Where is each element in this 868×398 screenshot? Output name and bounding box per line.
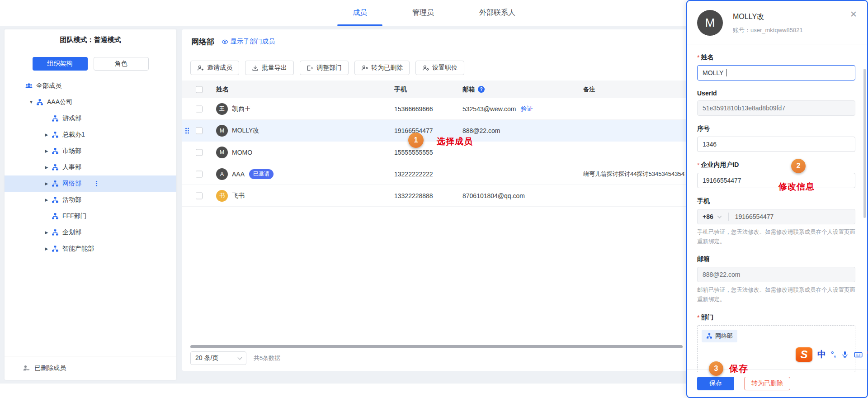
caret-icon[interactable]: ▶	[43, 230, 50, 235]
corp-uid-input[interactable]	[697, 173, 855, 188]
tree-item-游戏部[interactable]: 游戏部	[5, 110, 176, 127]
table-row[interactable]: 书飞书133222288888706101804@qq.com	[182, 185, 686, 207]
select-all-checkbox[interactable]	[196, 86, 203, 93]
caret-icon[interactable]: ▶	[43, 133, 50, 137]
row-checkbox[interactable]	[196, 171, 203, 177]
caret-icon[interactable]: ▶	[43, 198, 50, 202]
tree-item-AAA公司[interactable]: ▼AAA公司	[5, 94, 176, 110]
tree-item-总裁办1[interactable]: ▶总裁办1	[5, 127, 176, 143]
org-icon	[706, 333, 712, 339]
org-icon	[52, 115, 59, 122]
toolbar-button-批量导出[interactable]: 批量导出	[245, 61, 294, 75]
table-row[interactable]: AAAA已邀请13222222222绕弯儿翁探讨探讨44探讨5345345435…	[182, 163, 686, 185]
column-email: 邮箱 ?	[462, 85, 485, 94]
save-button[interactable]: 保存	[697, 377, 734, 390]
org-icon	[52, 196, 59, 204]
email-help-icon[interactable]: ?	[478, 86, 485, 93]
column-remark: 备注	[583, 85, 685, 94]
deleted-members-entry[interactable]: 已删除成员	[5, 356, 176, 380]
tree-item-label: FFF部门	[62, 212, 87, 220]
table-row[interactable]: 王凯西王15366669666532543@wew.com验证	[182, 98, 686, 120]
ime-language-toggle[interactable]: 中	[817, 349, 826, 360]
tab-0[interactable]: 成员	[343, 0, 377, 26]
mic-icon[interactable]	[841, 351, 849, 359]
tree-item-label: 活动部	[62, 196, 81, 204]
email-field-label: 邮箱	[697, 255, 855, 263]
table-row[interactable]: MMOMO15555555555	[182, 142, 686, 163]
org-icon	[52, 147, 59, 155]
member-list-panel: 网络部 显示子部门成员 邀请成员批量导出调整部门转为已删除设置职位 姓名 手机 …	[182, 29, 686, 371]
avatar: M	[697, 10, 723, 36]
keyboard-icon[interactable]	[854, 351, 863, 359]
verify-link[interactable]: 验证	[521, 105, 533, 113]
caret-icon[interactable]: ▶	[43, 165, 50, 170]
org-icon	[52, 180, 59, 187]
transfer-icon	[307, 65, 313, 71]
column-name: 姓名	[216, 85, 229, 94]
sogou-logo-icon[interactable]: S	[796, 347, 812, 362]
close-icon[interactable]: ✕	[850, 10, 857, 19]
avatar: M	[216, 147, 228, 158]
tree-item-全部成员[interactable]: 全部成员	[5, 78, 176, 94]
name-input[interactable]	[697, 65, 855, 81]
toolbar-button-邀请成员[interactable]: 邀请成员	[190, 61, 239, 75]
toolbar-button-设置职位[interactable]: 设置职位	[415, 61, 464, 75]
row-checkbox[interactable]	[196, 149, 203, 156]
tree-item-市场部[interactable]: ▶市场部	[5, 143, 176, 159]
seq-field-label: 序号	[697, 125, 855, 133]
drawer-scrollbar[interactable]	[863, 69, 866, 218]
member-name: MOLLY改	[232, 127, 259, 135]
org-structure-button[interactable]: 组织架构	[33, 57, 88, 71]
table-row[interactable]: MMOLLY改19166554477888@22.com	[182, 120, 686, 142]
divider	[687, 44, 867, 44]
row-checkbox[interactable]	[196, 192, 203, 199]
person-add-icon	[197, 65, 204, 71]
ime-punctuation-toggle[interactable]: °,	[831, 351, 836, 359]
toolbar-button-转为已删除[interactable]: 转为已删除	[354, 61, 410, 75]
pagination: 20 条/页 共5条数据	[190, 351, 280, 365]
tree-item-FFF部门[interactable]: FFF部门	[5, 208, 176, 224]
row-checkbox[interactable]	[196, 105, 203, 112]
caret-icon[interactable]: ▶	[43, 181, 50, 186]
tree-item-智能产能部[interactable]: ▶智能产能部	[5, 241, 176, 257]
tree-item-label: 游戏部	[62, 114, 81, 123]
member-phone: 13222222222	[394, 171, 433, 178]
department-tag[interactable]: 网络部	[702, 330, 737, 342]
drawer-form: *姓名 UserId 序号 *企业内用户ID 手机 +86 1916655447…	[687, 53, 867, 372]
userid-field-label: UserId	[697, 90, 855, 97]
show-sub-department-link[interactable]: 显示子部门成员	[222, 38, 275, 46]
member-email: 532543@wew.com	[462, 105, 516, 113]
horizontal-scrollbar[interactable]	[190, 345, 683, 348]
roles-button[interactable]: 角色	[94, 57, 149, 71]
member-table-body: 王凯西王15366669666532543@wew.com验证MMOLLY改19…	[182, 98, 686, 207]
member-phone: 15555555555	[394, 149, 433, 156]
page-size-select[interactable]: 20 条/页	[190, 351, 246, 365]
move-to-deleted-button[interactable]: 转为已删除	[744, 377, 790, 390]
department-title: 网络部	[191, 37, 214, 47]
text-cursor	[726, 69, 726, 76]
drag-handle-icon[interactable]	[185, 128, 189, 133]
tree-item-企划部[interactable]: ▶企划部	[5, 224, 176, 241]
row-checkbox[interactable]	[196, 127, 203, 134]
caret-icon[interactable]: ▶	[43, 149, 50, 153]
seq-input[interactable]	[697, 137, 855, 152]
caret-icon[interactable]: ▼	[28, 100, 34, 104]
toolbar-button-调整部门[interactable]: 调整部门	[300, 61, 349, 75]
country-code-select[interactable]: +86	[703, 213, 713, 220]
tree-item-人事部[interactable]: ▶人事部	[5, 159, 176, 175]
tree-item-活动部[interactable]: ▶活动部	[5, 192, 176, 208]
tree-item-网络部[interactable]: ▶网络部⋮	[5, 175, 176, 192]
caret-icon[interactable]: ▶	[43, 246, 50, 251]
member-toolbar: 邀请成员批量导出调整部门转为已删除设置职位	[182, 54, 686, 75]
download-icon	[252, 65, 259, 71]
show-sub-label: 显示子部门成员	[231, 38, 275, 46]
step-3-badge: 3	[709, 361, 723, 376]
member-email: 888@22.com	[462, 127, 500, 134]
tab-1[interactable]: 管理员	[402, 0, 444, 26]
org-icon	[52, 245, 59, 252]
total-count-label: 共5条数据	[254, 354, 280, 362]
team-mode-title: 团队模式：普通模式	[5, 29, 176, 50]
more-options-icon[interactable]: ⋮	[93, 180, 100, 188]
panel-header: 网络部 显示子部门成员	[182, 29, 686, 54]
tab-2[interactable]: 外部联系人	[469, 0, 525, 26]
